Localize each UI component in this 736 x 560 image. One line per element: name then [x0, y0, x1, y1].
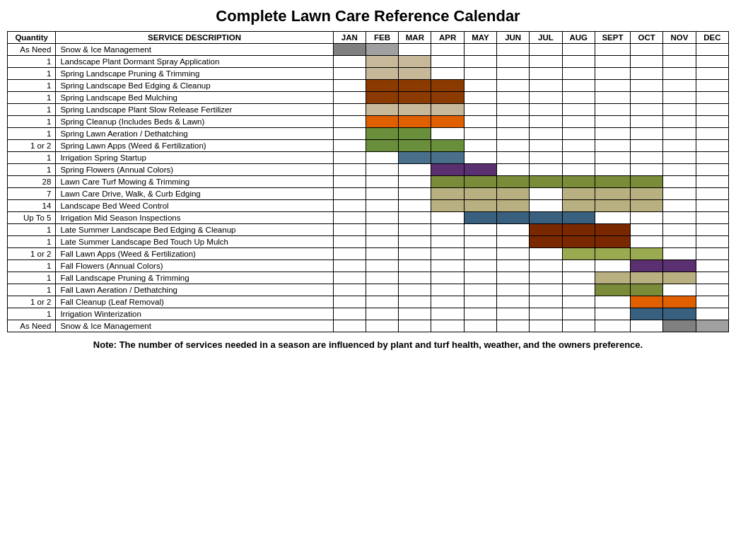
month-cell — [562, 116, 595, 128]
month-cell — [464, 200, 496, 212]
month-cell — [530, 56, 562, 68]
month-cell — [562, 188, 595, 200]
month-cell — [595, 80, 630, 92]
month-cell — [497, 260, 530, 272]
month-cell — [464, 56, 496, 68]
month-cell — [562, 92, 595, 104]
desc-cell: Lawn Care Turf Mowing & Trimming — [56, 176, 333, 188]
month-cell — [431, 308, 464, 320]
month-cell — [696, 80, 728, 92]
month-cell — [595, 224, 630, 236]
month-cell — [399, 68, 431, 80]
month-cell — [366, 152, 398, 164]
month-cell — [464, 248, 496, 260]
month-cell — [399, 320, 431, 332]
month-cell — [333, 296, 366, 308]
month-cell — [530, 224, 562, 236]
desc-cell: Late Summer Landscape Bed Touch Up Mulch — [56, 236, 333, 248]
month-cell — [631, 308, 663, 320]
desc-cell: Irrigation Spring Startup — [56, 152, 333, 164]
month-cell — [497, 272, 530, 284]
month-cell — [562, 104, 595, 116]
month-cell — [333, 212, 366, 224]
month-cell — [399, 248, 431, 260]
month-cell — [399, 212, 431, 224]
month-cell — [595, 140, 630, 152]
month-cell — [530, 236, 562, 248]
header-feb: FEB — [366, 32, 398, 44]
month-cell — [530, 212, 562, 224]
qty-cell: 1 — [8, 272, 56, 284]
month-cell — [663, 284, 696, 296]
month-cell — [530, 152, 562, 164]
month-cell — [366, 260, 398, 272]
qty-cell: 1 — [8, 152, 56, 164]
month-cell — [399, 164, 431, 176]
month-cell — [631, 152, 663, 164]
month-cell — [366, 164, 398, 176]
month-cell — [631, 92, 663, 104]
month-cell — [631, 104, 663, 116]
qty-cell: 14 — [8, 200, 56, 212]
qty-cell: 1 — [8, 260, 56, 272]
month-cell — [333, 164, 366, 176]
month-cell — [464, 68, 496, 80]
desc-cell: Spring Landscape Bed Mulching — [56, 92, 333, 104]
month-cell — [696, 224, 728, 236]
month-cell — [631, 224, 663, 236]
month-cell — [497, 44, 530, 56]
header-jun: JUN — [497, 32, 530, 44]
month-cell — [562, 260, 595, 272]
month-cell — [530, 296, 562, 308]
desc-cell: Spring Lawn Aeration / Dethatching — [56, 128, 333, 140]
month-cell — [497, 152, 530, 164]
month-cell — [366, 116, 398, 128]
month-cell — [530, 176, 562, 188]
footnote: Note: The number of services needed in a… — [7, 339, 729, 350]
month-cell — [562, 56, 595, 68]
month-cell — [631, 200, 663, 212]
month-cell — [366, 92, 398, 104]
month-cell — [333, 188, 366, 200]
month-cell — [696, 212, 728, 224]
month-cell — [366, 56, 398, 68]
month-cell — [431, 44, 464, 56]
month-cell — [696, 44, 728, 56]
desc-cell: Irrigation Winterization — [56, 308, 333, 320]
month-cell — [663, 116, 696, 128]
month-cell — [530, 92, 562, 104]
month-cell — [366, 188, 398, 200]
month-cell — [399, 104, 431, 116]
month-cell — [497, 284, 530, 296]
month-cell — [530, 272, 562, 284]
qty-cell: 1 or 2 — [8, 296, 56, 308]
month-cell — [530, 128, 562, 140]
header-aug: AUG — [562, 32, 595, 44]
month-cell — [464, 92, 496, 104]
month-cell — [595, 248, 630, 260]
qty-cell: 1 — [8, 104, 56, 116]
month-cell — [562, 152, 595, 164]
month-cell — [696, 92, 728, 104]
month-cell — [333, 224, 366, 236]
month-cell — [530, 260, 562, 272]
month-cell — [464, 260, 496, 272]
month-cell — [595, 188, 630, 200]
month-cell — [663, 212, 696, 224]
month-cell — [399, 224, 431, 236]
month-cell — [333, 320, 366, 332]
month-cell — [399, 152, 431, 164]
month-cell — [562, 296, 595, 308]
month-cell — [595, 308, 630, 320]
month-cell — [595, 152, 630, 164]
month-cell — [631, 320, 663, 332]
month-cell — [663, 260, 696, 272]
month-cell — [399, 44, 431, 56]
qty-cell: 1 — [8, 164, 56, 176]
month-cell — [663, 152, 696, 164]
month-cell — [530, 200, 562, 212]
month-cell — [631, 56, 663, 68]
month-cell — [663, 236, 696, 248]
month-cell — [631, 140, 663, 152]
month-cell — [497, 296, 530, 308]
